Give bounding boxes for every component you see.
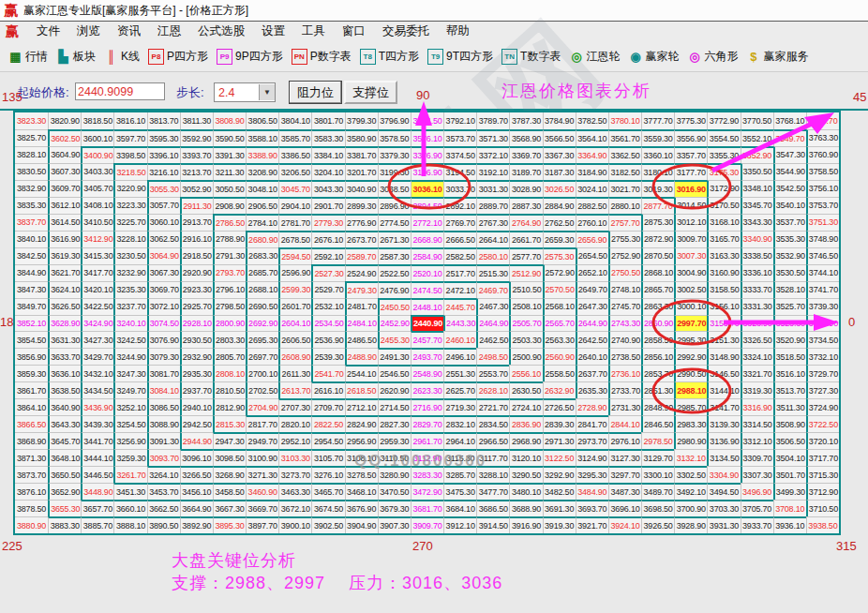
- menu-item[interactable]: 资讯: [109, 22, 149, 41]
- resistance-button[interactable]: 阻力位: [289, 81, 342, 104]
- grid-cell: 3436.90: [81, 398, 113, 415]
- toolbar-item[interactable]: PNP数字表: [292, 49, 352, 65]
- grid-cell: 3595.30: [147, 129, 180, 146]
- menu-item[interactable]: 帮助: [438, 22, 478, 41]
- grid-cell: 2858.50: [641, 331, 674, 348]
- grid-cell: 3463.30: [278, 483, 311, 500]
- grid-cell: 2491.30: [378, 348, 411, 365]
- grid-cell: 2853.70: [641, 365, 674, 381]
- grid-cell: 3883.30: [48, 516, 81, 533]
- grid-cell: 2560.90: [543, 348, 576, 365]
- grid-cell: 2654.50: [576, 247, 608, 264]
- grid-cell: 3360.10: [641, 146, 674, 163]
- grid-cell: 3103.30: [278, 449, 311, 466]
- grid-cell: 3645.70: [48, 432, 81, 449]
- grid-cell: 2930.50: [180, 331, 213, 348]
- step-combo[interactable]: 2.4 ▼: [214, 82, 276, 102]
- grid-cell: 2791.30: [213, 247, 246, 264]
- toolbar-item[interactable]: ║K线: [104, 49, 140, 65]
- grid-cell: 3403.30: [81, 163, 113, 180]
- grid-cell: 3775.30: [674, 112, 707, 129]
- grid-cell: 3004.90: [674, 264, 707, 281]
- menu-item[interactable]: 公式选股: [189, 22, 253, 41]
- toolbar-item[interactable]: ◎六角形: [687, 49, 738, 65]
- grid-cell: 3732.10: [806, 348, 839, 365]
- grid-cell: 3768.10: [773, 112, 806, 129]
- grid-cell: 3259.30: [113, 449, 146, 466]
- grid-cell: 3446.50: [81, 466, 113, 483]
- toolbar-item[interactable]: ◎江恩轮: [569, 49, 620, 65]
- grid-cell: 2640.10: [576, 348, 608, 365]
- toolbar-item[interactable]: ▦行情: [8, 49, 48, 65]
- toolbar-item[interactable]: T8T四方形: [360, 49, 419, 65]
- grid-cell: 2484.10: [345, 315, 378, 332]
- grid-cell: 3926.50: [641, 516, 674, 533]
- grid-cell: 3156.10: [707, 298, 740, 315]
- grid-cell: 3650.50: [48, 466, 81, 483]
- grid-cell: 3751.30: [806, 214, 839, 231]
- grid-cell: 3931.30: [707, 516, 740, 533]
- menu-item[interactable]: 设置: [253, 22, 293, 41]
- grid-cell: 2599.30: [278, 281, 311, 298]
- grid-cell: 3897.70: [246, 516, 278, 533]
- grid-cell: 2764.90: [509, 214, 542, 231]
- grid-cell: 3379.30: [378, 146, 411, 163]
- toolbar-item[interactable]: P99P四方形: [217, 49, 283, 65]
- grid-cell: 2894.50: [411, 197, 443, 214]
- menu-item[interactable]: 窗口: [334, 22, 374, 41]
- grid-cell: 2625.70: [443, 381, 476, 398]
- grid-cell: 3182.50: [608, 163, 641, 180]
- grid-cell: 2800.90: [213, 315, 246, 332]
- toolbar-item[interactable]: T99T四方形: [427, 49, 493, 65]
- grid-cell: 2457.70: [411, 331, 443, 348]
- grid-cell: 3559.30: [641, 129, 674, 146]
- toolbar-item[interactable]: ▙板块: [56, 49, 96, 65]
- grid-cell: 2676.10: [311, 231, 344, 247]
- grid-cell: 2985.70: [674, 398, 707, 415]
- grid-cell: 3600.10: [81, 129, 113, 146]
- grid-cell: 2899.30: [345, 197, 378, 214]
- menu-item[interactable]: 工具: [293, 22, 334, 41]
- window-title: 赢家江恩专业版[赢家服务平台] - [价格正方形]: [23, 3, 248, 19]
- grid-cell: 3345.70: [741, 197, 773, 214]
- menu-item[interactable]: 浏览: [68, 22, 109, 41]
- toolbar-item[interactable]: P8P四方形: [148, 49, 208, 65]
- grid-cell: 2469.70: [476, 281, 509, 298]
- grid-cell: 3144.10: [707, 381, 740, 398]
- menu-item[interactable]: 江恩: [149, 22, 189, 41]
- grid-cell: 3093.70: [147, 449, 180, 466]
- 板块-icon: ▙: [56, 50, 70, 64]
- grid-cell: 3784.90: [543, 112, 576, 129]
- toolbar-item[interactable]: TNT数字表: [501, 49, 561, 65]
- grid-cell: 3036.10: [411, 180, 443, 197]
- grid-cell: 2923.30: [180, 281, 213, 298]
- grid-cell: 3297.70: [608, 466, 641, 483]
- grid-cell: 3525.70: [773, 298, 806, 315]
- grid-cell: 2822.50: [311, 415, 344, 432]
- grid-cell: 2944.90: [180, 432, 213, 449]
- toolbar-item[interactable]: $赢家服务: [746, 49, 808, 65]
- grid-cell: 3408.10: [81, 197, 113, 214]
- grid-cell: 3712.90: [806, 483, 839, 500]
- grid-cell: 3842.50: [15, 247, 48, 264]
- menu-item[interactable]: 交易委托: [374, 22, 438, 41]
- chevron-down-icon[interactable]: ▼: [259, 84, 275, 100]
- grid-cell: 3264.10: [147, 466, 180, 483]
- grid-cell: 2515.30: [476, 264, 509, 281]
- grid-cell: 3117.70: [476, 449, 509, 466]
- grid-cell: 2637.70: [576, 365, 608, 381]
- grid-cell: 3240.10: [113, 315, 146, 332]
- support-button[interactable]: 支撑位: [344, 81, 397, 104]
- grid-cell: 2911.30: [180, 197, 213, 214]
- grid-cell: 2692.90: [246, 315, 278, 332]
- toolbar-item[interactable]: ◉赢家轮: [628, 49, 679, 65]
- grid-cell: 3304.90: [707, 466, 740, 483]
- 行情-icon: ▦: [8, 50, 22, 64]
- grid-cell: 3669.70: [246, 500, 278, 516]
- grid-cell: 3338.50: [741, 247, 773, 264]
- grid-cell: 3508.90: [773, 415, 806, 432]
- menu-item[interactable]: 文件: [28, 22, 68, 41]
- start-price-input[interactable]: [75, 82, 165, 100]
- grid-cell: 2942.50: [180, 415, 213, 432]
- grid-cell: 3084.10: [147, 381, 180, 398]
